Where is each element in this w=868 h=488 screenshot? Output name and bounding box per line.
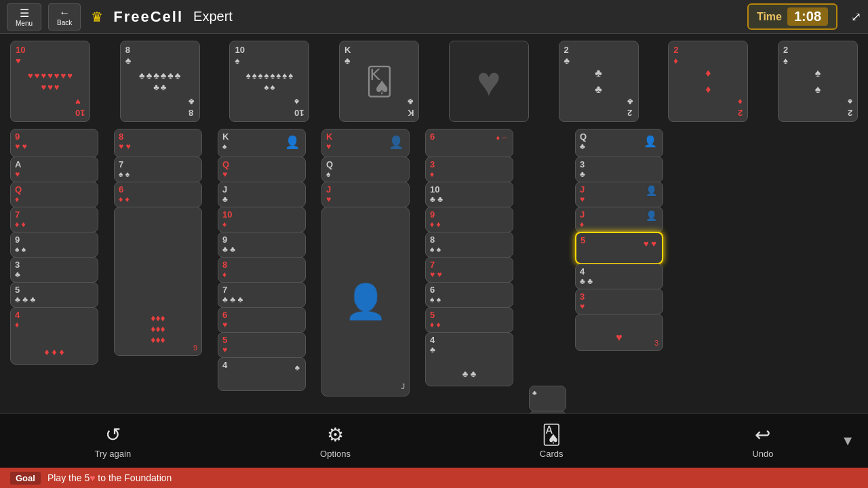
column-3: K ♠ 👤 Q ♥ J ♣ 10 ♦ 9 ♣ ♣ 8 ♦ bbox=[218, 129, 316, 391]
foundation-4[interactable]: 2♠ ♠ ♠ 2♠ bbox=[778, 41, 858, 122]
table-row[interactable]: Q ♥ bbox=[218, 157, 306, 182]
expand-button[interactable]: ⤢ bbox=[851, 9, 861, 24]
freecell-1[interactable]: 10♥ ♥♥♥♥ ♥♥♥♥ ♥♥ 10♥ bbox=[10, 41, 90, 122]
table-row[interactable]: J ♥ 👤 bbox=[575, 182, 663, 207]
goal-label: Goal bbox=[10, 472, 41, 485]
table-row[interactable]: 9 ♥ ♥ bbox=[10, 129, 98, 157]
top-row: 10♥ ♥♥♥♥ ♥♥♥♥ ♥♥ 10♥ 8♣ ♣♣♣♣ ♣♣♣♣ 8♣ 10♠… bbox=[10, 41, 858, 122]
column-2: 8 ♥ ♥ 7 ♠ ♠ 6 ♦ ♦ ♦♦♦♦♦♦♦♦♦ 9 bbox=[114, 129, 212, 386]
table-row[interactable]: J ♥ bbox=[321, 182, 410, 207]
table-row[interactable]: 5 ♣ ♣ ♣ bbox=[10, 282, 98, 308]
column-6: ♣ ♣ bbox=[529, 129, 570, 436]
table-row[interactable]: 👤 J bbox=[321, 207, 410, 396]
freecell-4[interactable]: K♣ 🂮 K♣ bbox=[339, 41, 419, 122]
chevron-down-button[interactable]: ▼ bbox=[841, 433, 854, 449]
table-row[interactable]: ♥ 3 bbox=[575, 314, 663, 351]
try-again-button[interactable]: ↺ Try again bbox=[94, 424, 131, 459]
table-row[interactable]: 4 ♦ ♦ ♦ ♦ bbox=[10, 307, 98, 365]
table-row[interactable]: 4 ♣ bbox=[218, 357, 306, 391]
table-row[interactable]: Q ♣ 👤 bbox=[575, 129, 663, 157]
crown-icon: ♛ bbox=[91, 9, 103, 25]
heart-placeholder-icon: ♥ bbox=[477, 58, 501, 105]
table-row[interactable]: 9 ♦ ♦ bbox=[425, 207, 513, 232]
table-row[interactable]: J ♦ 👤 bbox=[575, 207, 663, 232]
table-row[interactable]: K ♥ 👤 bbox=[321, 129, 410, 157]
column-5: 6 ♦ ─ 3 ♦ 10 ♣ ♣ 9 ♦ ♦ 8 ♠ ♠ 7 ♥ ♥ bbox=[425, 129, 524, 386]
goal-bar: Goal Play the 5♥ to the Foundation bbox=[0, 468, 868, 488]
table-row[interactable]: 3 ♥ bbox=[575, 289, 663, 314]
table-row[interactable]: ♣ bbox=[529, 386, 566, 411]
cards-icon: 🂡 bbox=[542, 424, 561, 446]
menu-button[interactable]: ☰ Menu bbox=[7, 3, 41, 30]
table-row[interactable]: 5 ♥ bbox=[218, 332, 306, 358]
toolbar: ↺ Try again ⚙ Options 🂡 Cards ↩ Undo ▼ bbox=[0, 413, 868, 468]
table-row[interactable]: Q ♠ bbox=[321, 157, 410, 182]
table-row[interactable]: 5 ♦ ♦ bbox=[425, 307, 513, 333]
column-1: 9 ♥ ♥ A ♥ Q ♦ 7 ♦ ♦ 9 ♠ ♠ 3 ♣ bbox=[10, 129, 108, 386]
column-4: K ♥ 👤 Q ♠ J ♥ 👤 J bbox=[321, 129, 420, 396]
table-row[interactable]: 6 ♠ ♠ bbox=[425, 282, 513, 308]
foundation-1[interactable]: ♥ bbox=[449, 41, 529, 122]
game-area: 10♥ ♥♥♥♥ ♥♥♥♥ ♥♥ 10♥ 8♣ ♣♣♣♣ ♣♣♣♣ 8♣ 10♠… bbox=[0, 34, 868, 454]
table-row[interactable]: 5 ♥ ♥ bbox=[575, 232, 663, 264]
columns-area: 9 ♥ ♥ A ♥ Q ♦ 7 ♦ ♦ 9 ♠ ♠ 3 ♣ bbox=[10, 129, 858, 454]
try-again-icon: ↺ bbox=[105, 424, 121, 446]
table-row[interactable]: J ♣ bbox=[218, 182, 306, 207]
table-row[interactable]: 4 ♣ ♣ ♣ bbox=[425, 332, 513, 386]
table-row[interactable]: 6 ♥ bbox=[218, 307, 306, 333]
table-row[interactable]: 4 ♣ ♣ bbox=[575, 264, 663, 289]
undo-icon: ↩ bbox=[755, 424, 770, 446]
table-row[interactable]: Q ♦ bbox=[10, 182, 98, 207]
timer-box: Time 1:08 bbox=[747, 3, 837, 30]
table-row[interactable]: 6 ♦ ─ bbox=[425, 129, 513, 157]
goal-heart-icon: ♥ bbox=[90, 472, 95, 483]
options-icon: ⚙ bbox=[327, 424, 344, 446]
table-row[interactable]: 3 ♣ bbox=[10, 257, 98, 283]
table-row[interactable]: 8 ♠ ♠ bbox=[425, 232, 513, 258]
foundation-2[interactable]: 2♣ ♣ ♣ 2♣ bbox=[559, 41, 639, 122]
goal-text: Play the 5♥ to the Foundation bbox=[47, 472, 172, 483]
options-button[interactable]: ⚙ Options bbox=[320, 424, 351, 459]
table-row[interactable]: 3 ♦ bbox=[425, 157, 513, 182]
table-row[interactable]: 3 ♣ bbox=[575, 157, 663, 182]
table-row[interactable]: ♦♦♦♦♦♦♦♦♦ 9 bbox=[114, 207, 202, 356]
header: ☰ Menu ← Back ♛ FreeCell Expert Time 1:0… bbox=[0, 0, 868, 34]
table-row[interactable]: 9 ♣ ♣ bbox=[218, 232, 306, 258]
table-row[interactable]: K ♠ 👤 bbox=[218, 129, 306, 157]
expert-label: Expert bbox=[193, 9, 233, 24]
table-row[interactable]: 10 ♣ ♣ bbox=[425, 182, 513, 207]
freecell-2[interactable]: 8♣ ♣♣♣♣ ♣♣♣♣ 8♣ bbox=[120, 41, 200, 122]
table-row[interactable]: 7 ♦ ♦ bbox=[10, 207, 98, 232]
back-button[interactable]: ← Back bbox=[48, 3, 81, 30]
table-row[interactable]: 7 ♠ ♠ bbox=[114, 157, 202, 182]
undo-button[interactable]: ↩ Undo bbox=[752, 424, 773, 459]
timer-label: Time bbox=[757, 11, 782, 23]
table-row[interactable]: 8 ♥ ♥ bbox=[114, 129, 202, 157]
cards-button[interactable]: 🂡 Cards bbox=[540, 424, 564, 459]
table-row[interactable]: 7 ♥ ♥ bbox=[425, 257, 513, 283]
table-row[interactable]: 7 ♣ ♣ ♣ bbox=[218, 282, 306, 308]
table-row[interactable]: 8 ♦ bbox=[218, 257, 306, 283]
foundation-3[interactable]: 2♦ ♦ ♦ 2♦ bbox=[668, 41, 748, 122]
column-7: Q ♣ 👤 3 ♣ J ♥ 👤 J ♦ 👤 5 ♥ ♥ bbox=[575, 129, 673, 386]
table-row[interactable]: 6 ♦ ♦ bbox=[114, 182, 202, 207]
timer-value: 1:08 bbox=[787, 7, 828, 26]
freecell-3[interactable]: 10♠ ♠♠♠♠ ♠♠♠♠ ♠♠ 10♠ bbox=[229, 41, 309, 122]
table-row[interactable]: 10 ♦ bbox=[218, 207, 306, 232]
table-row[interactable]: 9 ♠ ♠ bbox=[10, 232, 98, 258]
table-row[interactable]: A ♥ bbox=[10, 157, 98, 182]
game-title: FreeCell bbox=[113, 8, 183, 26]
